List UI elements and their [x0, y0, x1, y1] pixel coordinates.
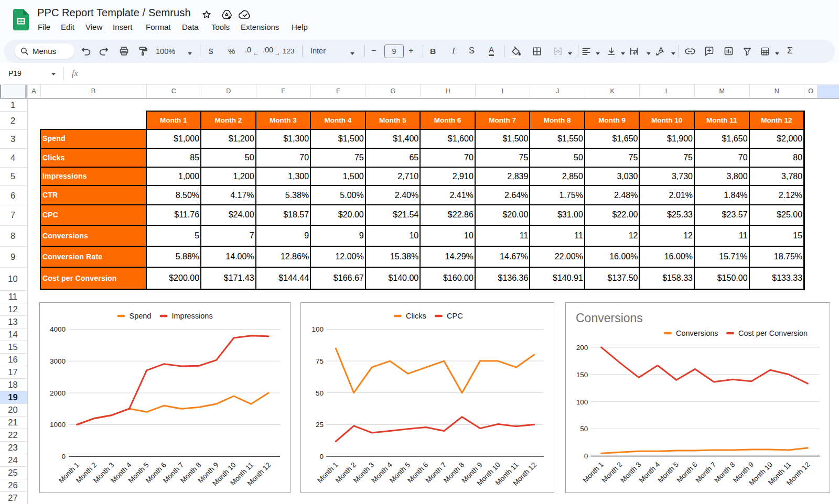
svg-text:Cost per Conversion: Cost per Conversion	[738, 329, 808, 337]
svg-text:Spend: Spend	[130, 312, 152, 320]
svg-text:Conversions: Conversions	[676, 329, 718, 337]
svg-text:Clicks: Clicks	[406, 312, 426, 320]
svg-text:3000: 3000	[50, 357, 66, 365]
svg-text:2000: 2000	[50, 389, 66, 397]
svg-text:1000: 1000	[50, 421, 66, 429]
svg-text:75: 75	[316, 357, 324, 365]
svg-text:100: 100	[311, 325, 324, 333]
svg-text:Conversions: Conversions	[576, 311, 643, 325]
svg-text:4000: 4000	[50, 325, 66, 333]
svg-text:Impressions: Impressions	[172, 312, 213, 320]
svg-text:25: 25	[316, 421, 324, 429]
svg-text:0: 0	[584, 452, 588, 460]
svg-text:50: 50	[580, 425, 588, 433]
svg-text:50: 50	[316, 389, 324, 397]
svg-text:150: 150	[576, 371, 588, 379]
svg-text:100: 100	[576, 398, 588, 406]
svg-text:0: 0	[61, 453, 66, 461]
svg-text:0: 0	[319, 453, 324, 461]
svg-text:CPC: CPC	[447, 312, 463, 320]
svg-text:200: 200	[576, 344, 588, 352]
